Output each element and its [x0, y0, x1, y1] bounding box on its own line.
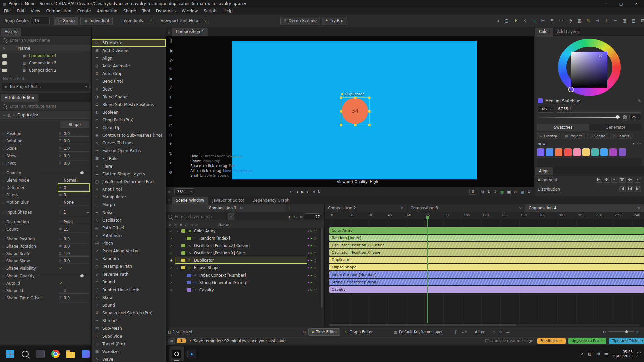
prev-keyframe-icon[interactable]: ◀ — [307, 274, 309, 277]
audio-column-icon[interactable]: ♪ — [185, 223, 187, 226]
color-mode-dropdown[interactable]: Hex ▾ — [538, 106, 554, 113]
zoom-out-icon[interactable]: ⊖ — [603, 330, 606, 334]
next-keyframe-icon[interactable]: ▶ — [311, 244, 312, 247]
visibility-column-icon[interactable]: ◉ — [179, 223, 182, 226]
attr-row-blend-mode[interactable]: ○Blend ModeNormal — [0, 177, 91, 184]
next-keyframe-icon[interactable]: ▶ — [311, 237, 312, 240]
clock-icon[interactable]: ◔ — [566, 17, 574, 25]
attr-row-motion-blur[interactable]: ○Motion BlurNone — [0, 199, 91, 206]
tab-composition-2-timeline[interactable]: Composition 2✕ — [325, 204, 407, 212]
layer-row-color-array[interactable]: ✓⌄▦Color Array◀▶○ — [166, 227, 318, 235]
attr-row-rotation[interactable]: ○RotationZ0.0 — [0, 137, 91, 145]
keyframe-toggle-icon[interactable]: ○ — [314, 266, 316, 269]
attr-field-blend-mode[interactable]: Normal — [59, 177, 89, 183]
keyframe-toggle-icon[interactable]: ○ — [2, 162, 6, 165]
track-bar-ellipse-shape[interactable]: Ellipse Shape — [329, 264, 644, 270]
deformer-menu-item-path-offset[interactable]: ◎Path Offset — [92, 224, 166, 232]
attr-row-shape-rotation[interactable]: ○Shape Rotation#0.0 — [0, 243, 91, 250]
next-keyframe-icon[interactable]: ▶ — [311, 281, 312, 284]
snap-angle-input[interactable]: 15 — [31, 17, 50, 24]
deformer-menu-item-bevel[interactable]: ◇Bevel — [92, 85, 166, 93]
isolate-icon[interactable]: ⊡ — [294, 215, 297, 219]
attr-row-skew[interactable]: ○SkewX0.0 — [0, 152, 91, 160]
align-b-button[interactable] — [635, 177, 641, 183]
expand-caret-icon[interactable]: ⌄ — [3, 113, 5, 117]
layer-visibility-eye[interactable]: ◉ — [168, 288, 175, 292]
next-message-link[interactable]: Click to see next message — [485, 339, 533, 343]
tab-javascript-editor[interactable]: JavaScript Editor — [208, 197, 248, 204]
lock-column-icon[interactable]: ⊘ — [168, 223, 171, 226]
notification-bell-icon[interactable] — [637, 352, 641, 356]
tab-composition-1[interactable]: Composition 1 ✕ — [166, 204, 286, 212]
tray-app-icon[interactable]: ▤ — [588, 352, 591, 356]
try-pro-button[interactable]: ϟTry Pro — [322, 17, 347, 25]
playhead-handle[interactable] — [426, 216, 429, 219]
deformer-menu-item-subdivide[interactable]: ⊞Subdivide — [92, 332, 166, 340]
menu-help[interactable]: Help — [220, 9, 235, 13]
menu-edit[interactable]: Edit — [14, 9, 28, 13]
solo-column-icon[interactable]: ◎ — [174, 223, 177, 226]
asset-search-input[interactable] — [9, 38, 89, 43]
arrow-export-icon[interactable]: → — [530, 17, 538, 25]
attr-field-auto-id[interactable]: ✓ — [59, 280, 89, 286]
tab-shape-group[interactable]: Shape — [60, 121, 89, 128]
deformer-menu-item-knot-pro[interactable]: ✳Knot (Pro) — [92, 186, 166, 193]
deformer-menu-item-pathfinder[interactable]: ⌗Pathfinder — [92, 232, 166, 240]
keyframe-toggle-icon[interactable]: ○ — [314, 259, 316, 262]
deformer-menu-item-reverse-path[interactable]: ⇄Reverse Path — [92, 270, 166, 278]
rectangle-tool[interactable]: ▭ — [167, 113, 174, 119]
deformer-menu-item-squash-and-stretch-pro[interactable]: ⇕Squash and Stretch (Pro) — [92, 309, 166, 317]
selection-handle-1[interactable] — [354, 97, 357, 99]
library-button-project[interactable]: ▤Project — [562, 133, 585, 139]
hue-indicator[interactable] — [568, 87, 574, 92]
rows-icon[interactable]: ≣ — [548, 17, 556, 25]
graph-editor-button[interactable]: ∿ Graph Editor — [342, 329, 376, 335]
attr-row-deformers[interactable]: ○Deformers≡0 — [0, 184, 91, 191]
panel-toggle-icon[interactable]: ⊡ — [303, 330, 305, 334]
deformer-menu-item-random[interactable]: ∷Random — [92, 255, 166, 263]
layer-enabled-check[interactable]: ✓ — [168, 266, 175, 270]
menu-scripts[interactable]: Scripts — [201, 9, 220, 13]
panel-icon[interactable]: ▢ — [503, 17, 511, 25]
deformer-menu-item-javascript-deformer-pro[interactable]: {}JavaScript Deformer (Pro) — [92, 178, 166, 186]
keyframe-toggle-icon[interactable]: ○ — [2, 132, 6, 135]
ruler-icon[interactable]: ▥ — [575, 17, 583, 25]
deformer-menu-item-clean-up[interactable]: ✦Clean Up — [92, 124, 166, 131]
layer-row-cavalry[interactable]: ◉TCavalry◀▶○ — [166, 286, 318, 294]
attr-field-distribution[interactable]: •Point — [59, 219, 89, 225]
keyframe-toggle-icon[interactable]: ○ — [314, 274, 316, 277]
render-settings-icon[interactable]: ⚙ — [527, 190, 531, 194]
attr-slider-shape-opacity[interactable] — [38, 276, 89, 276]
attr-field-position[interactable]: X0.0 — [59, 131, 89, 137]
keyframe-toggle-icon[interactable]: ○ — [2, 289, 6, 292]
deformer-menu-item-stitches[interactable]: ┄Stitches — [92, 317, 166, 324]
attr-field-motion-blur[interactable]: None — [59, 199, 89, 205]
tab-scene-window[interactable]: Scene Window — [172, 197, 208, 204]
layer-enabled-check[interactable]: ✓ — [168, 244, 175, 248]
rotate-tool[interactable]: ↻ — [167, 150, 174, 157]
keyframe-toggle-icon[interactable]: ○ — [2, 282, 6, 285]
timeline-h-scrollbar[interactable] — [329, 324, 640, 326]
align-center-icon[interactable]: ⊥ — [602, 17, 610, 25]
expand-icon[interactable]: ≫ — [168, 190, 171, 194]
menu-view[interactable]: View — [28, 9, 43, 13]
transparency-icon[interactable]: ▨ — [521, 190, 524, 194]
swatch-8[interactable] — [609, 148, 617, 156]
start-button[interactable] — [3, 346, 17, 361]
track-bar-string-generator-string[interactable]: String Generator [String] — [329, 279, 644, 285]
attr-slider-opacity[interactable] — [38, 173, 89, 173]
upgrade-to-pro-button[interactable]: Upgrade to Pro↑ — [568, 338, 606, 344]
swatch-0[interactable] — [537, 148, 544, 156]
layer-enabled-check[interactable]: ✓ — [168, 281, 175, 285]
settings-tool[interactable]: ⚙ — [167, 169, 174, 175]
selection-handle-5[interactable] — [340, 124, 342, 126]
chrome-icon[interactable] — [48, 346, 63, 361]
playhead[interactable] — [427, 219, 428, 323]
keyframe-toggle-icon[interactable]: ○ — [2, 221, 6, 224]
polygon-tool[interactable]: ◇ — [167, 131, 174, 138]
dock-icon[interactable]: ⊢ — [539, 17, 547, 25]
prev-keyframe-icon[interactable]: ◀ — [307, 237, 309, 240]
tab-generator[interactable]: Generator — [589, 124, 642, 131]
more-options-icon[interactable]: ⋯ — [637, 141, 641, 146]
asset-row-composition-3[interactable]: ▦Composition 3 — [0, 59, 91, 67]
